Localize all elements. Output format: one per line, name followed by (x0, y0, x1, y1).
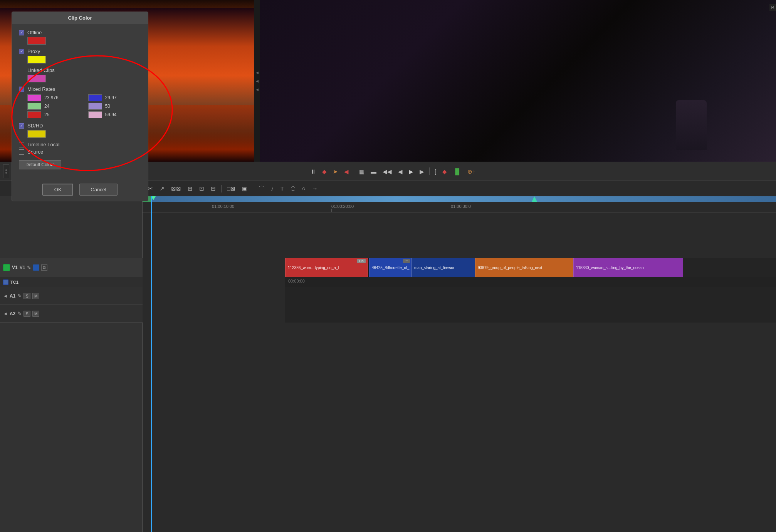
tb-screen-btn[interactable]: ▣ (240, 184, 250, 193)
offline-label: Offline (27, 30, 42, 35)
tb-arrow2-btn[interactable]: → (310, 184, 320, 193)
tb-plus-btn[interactable]: ⊕↑ (465, 167, 478, 176)
toolbar-sep4 (253, 185, 253, 192)
tb-bracket-left-btn[interactable]: [ (432, 167, 438, 176)
v1-monitor-icon[interactable] (33, 264, 39, 271)
tb-curve-btn[interactable]: ⌒ (256, 184, 267, 193)
tb-arrow-right-btn[interactable]: ➤ (331, 167, 340, 176)
chevron-up-icon[interactable]: ◂ (256, 70, 259, 75)
tb-text-btn[interactable]: T (278, 184, 286, 193)
default-colors-button[interactable]: Default Colors (19, 160, 61, 169)
mixed-rates-checkbox-label[interactable]: Mixed Rates (19, 86, 55, 92)
mixed-rates-grid: 23.976 29.97 24 50 (27, 94, 141, 118)
tb-stepfwd-btn[interactable]: ▶ (417, 167, 427, 176)
a1-solo-btn[interactable]: S (24, 293, 30, 299)
right-track-panel: 01:00:10:00 01:00:20:00 01:00:30:0 11238… (143, 196, 776, 532)
mixed-rates-checkbox[interactable] (19, 87, 24, 92)
tc1-track-content: 00:00:00 (285, 277, 776, 287)
tb-speaker-btn[interactable]: ♪ (269, 184, 276, 193)
a2-solo-btn[interactable]: S (24, 311, 30, 317)
toolbar-sep3 (221, 185, 222, 192)
tc1-track-label: TC1 (10, 280, 18, 284)
tb-track-sel-btn[interactable]: ⊡ (197, 184, 207, 193)
rate-value-23976: 23.976 (44, 95, 59, 100)
timeline-blue-bar (143, 196, 776, 202)
rate-item-25: 25 (27, 111, 81, 118)
rate-swatch-50[interactable] (88, 103, 102, 110)
timeline-local-checkbox[interactable] (19, 142, 24, 147)
rate-swatch-2997[interactable] (88, 94, 102, 101)
a1-mute-btn[interactable]: M (32, 293, 39, 299)
tb-fx-btn[interactable]: ⬡ (288, 184, 298, 193)
tb-multi-btn[interactable]: ⊠⊠ (169, 184, 183, 193)
dialog-buttons: OK Cancel (12, 178, 148, 201)
tb-pause-btn[interactable]: ⏸ (308, 167, 318, 176)
tb-arrow-tool-btn[interactable]: ↗ (157, 184, 167, 193)
source-checkbox[interactable] (19, 149, 24, 155)
linked-clips-label: Linked Clips (27, 67, 55, 73)
proxy-color-swatch[interactable] (27, 56, 46, 64)
tb-grid-btn[interactable]: ▦ (357, 167, 367, 176)
tb-green-mark-btn[interactable]: ▐▌ (451, 167, 464, 176)
chevron-mid-icon[interactable]: ◂ (256, 87, 259, 92)
a2-mute-btn[interactable]: M (32, 311, 39, 317)
tb-razor-btn[interactable]: ⊞ (185, 184, 195, 193)
a1-track-label: A1 (10, 293, 15, 299)
cancel-button[interactable]: Cancel (79, 184, 117, 196)
linked-clips-checkbox-label[interactable]: Linked Clips (19, 67, 55, 73)
ruler-mark-3: 01:00:30:0 (451, 204, 471, 209)
proxy-label: Proxy (27, 49, 40, 54)
linked-clips-color-swatch[interactable] (27, 75, 46, 82)
proxy-checkbox-label[interactable]: Proxy (19, 49, 40, 54)
tb-stepback-btn[interactable]: ◀ (396, 167, 405, 176)
ruler-mark-2: 01:00:20:00 (331, 204, 354, 209)
clip-2-part2[interactable]: man_staring_at_firewor (412, 258, 475, 277)
tc1-track-header: TC1 (0, 277, 143, 287)
chevron-down-icon[interactable]: ◂ (256, 78, 259, 84)
clip-1[interactable]: 112386_wom…typing_on_a_l US (285, 258, 368, 277)
toolbar-sep2 (429, 167, 430, 175)
a2-track-content (285, 305, 776, 323)
rate-swatch-23976[interactable] (27, 94, 41, 101)
v1-edit-icon[interactable]: ✎ (27, 265, 31, 271)
offline-color-swatch[interactable] (27, 37, 46, 45)
tb-lift-btn[interactable]: □⊠ (225, 184, 238, 193)
clip-2b-label: man_staring_at_firewor (414, 266, 455, 270)
linked-clips-checkbox[interactable] (19, 68, 24, 73)
toolbar-sep1 (354, 167, 354, 175)
rate-swatch-5994[interactable] (88, 111, 102, 118)
a2-edit-icon[interactable]: ✎ (17, 311, 22, 316)
tb-arrow-left-btn[interactable]: ◀ (342, 167, 351, 176)
rate-swatch-24[interactable] (27, 103, 41, 110)
tb-mark-btn[interactable]: ◆ (320, 167, 329, 176)
tb-back-btn[interactable]: ◀◀ (380, 167, 394, 176)
tb-circle-btn[interactable]: ○ (300, 184, 308, 193)
sd-hd-checkbox[interactable] (19, 123, 24, 129)
offline-checkbox-label[interactable]: Offline (19, 30, 42, 35)
clip-color-dialog: Clip Color Offline Proxy Linked Clips (12, 12, 148, 201)
a1-edit-icon[interactable]: ✎ (17, 293, 22, 299)
timeline-local-checkbox-label[interactable]: Timeline Local (19, 142, 59, 147)
tb-link-btn[interactable]: ⊟ (208, 184, 218, 193)
v1-enable-toggle[interactable] (3, 264, 10, 271)
source-label: Source (27, 149, 43, 155)
clip-4[interactable]: 115330_woman_s…ling_by_the_ocean (573, 258, 683, 277)
tb-film-btn[interactable]: ▬ (368, 167, 379, 176)
clip-2-part1[interactable]: 46425_Silhouette_of_ ☰ (369, 258, 412, 277)
ok-button[interactable]: OK (42, 184, 73, 196)
sd-hd-color-swatch[interactable] (27, 130, 46, 138)
proxy-checkbox[interactable] (19, 49, 24, 54)
source-checkbox-label[interactable]: Source (19, 149, 43, 155)
offline-checkbox[interactable] (19, 30, 24, 35)
clip-3[interactable]: 93879_group_of_people_talking_next (475, 258, 573, 277)
ruler-tick-2 (331, 209, 332, 212)
sd-hd-checkbox-label[interactable]: SD/HD (19, 123, 43, 129)
linked-clips-row: Linked Clips (19, 67, 141, 73)
v1-collapse-icon[interactable]: ⊡ (41, 264, 47, 271)
tb-mark2-btn[interactable]: ◆ (440, 167, 449, 176)
tb-play-btn[interactable]: ▶ (406, 167, 416, 176)
clip-3-label: 93879_group_of_people_talking_next (478, 266, 542, 270)
rate-swatch-25[interactable] (27, 111, 41, 118)
timeline-local-label: Timeline Local (27, 142, 59, 147)
sd-hd-row: SD/HD (19, 123, 141, 129)
